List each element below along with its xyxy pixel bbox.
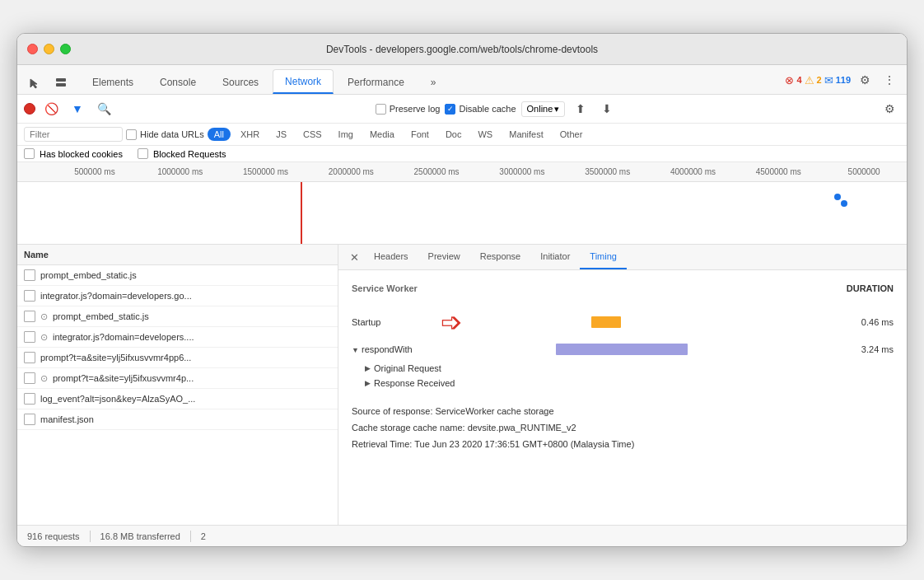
cursor-icon[interactable] — [24, 72, 45, 94]
service-worker-label: Service Worker — [352, 283, 418, 293]
startup-value: 0.46 ms — [844, 317, 894, 327]
file-list: Name prompt_embed_static.js integrator.j… — [17, 245, 338, 525]
upload-icon[interactable]: ⬆ — [570, 98, 591, 119]
timeline-area: 500000 ms 1000000 ms 1500000 ms 2000000 … — [17, 162, 907, 245]
file-icon — [24, 393, 35, 405]
tab-elements[interactable]: Elements — [80, 69, 146, 94]
chevron-down-icon: ▾ — [554, 104, 559, 115]
file-icon — [24, 372, 35, 384]
has-blocked-cookies-checkbox[interactable]: Has blocked cookies — [24, 148, 123, 159]
tab-sources[interactable]: Sources — [210, 69, 271, 94]
status-sep-2 — [190, 531, 191, 542]
tab-headers[interactable]: Headers — [364, 245, 418, 269]
tab-response[interactable]: Response — [470, 245, 531, 269]
filter-type-all[interactable]: All — [208, 128, 231, 141]
window-title: DevTools - developers.google.com/web/too… — [326, 44, 598, 55]
timeline-dot-1 — [834, 194, 841, 200]
response-received-row: ▶ Response Received — [352, 376, 894, 391]
list-item[interactable]: prompt?t=a&site=ylj5ifxusvvmr4pp6... — [17, 348, 338, 368]
filter-type-ws[interactable]: WS — [471, 128, 499, 141]
filter-input[interactable] — [24, 127, 123, 142]
nav-tabs: Elements Console Sources Network Perform… — [17, 65, 907, 95]
hide-data-urls-checkbox[interactable]: Hide data URLs — [126, 129, 204, 140]
gear-icon: ⊙ — [40, 373, 48, 384]
main-split: Name prompt_embed_static.js integrator.j… — [17, 245, 907, 525]
list-item[interactable]: ⊙ prompt?t=a&site=ylj5ifxusvvmr4p... — [17, 368, 338, 389]
mark-5: 3000000 ms — [479, 167, 565, 176]
filter-icon[interactable]: ▼ — [67, 98, 88, 119]
search-icon[interactable]: 🔍 — [93, 98, 114, 119]
transferred-size: 16.8 MB transferred — [100, 531, 180, 541]
filter-type-css[interactable]: CSS — [296, 128, 329, 141]
more-icon[interactable]: ⋮ — [879, 69, 900, 91]
online-select[interactable]: Online ▾ — [521, 101, 566, 117]
list-item[interactable]: ⊙ integrator.js?domain=developers.... — [17, 327, 338, 348]
expand-icon[interactable]: ▶ — [365, 379, 371, 387]
svg-rect-1 — [56, 83, 66, 87]
filter-type-other[interactable]: Other — [553, 128, 590, 141]
list-item[interactable]: log_event?alt=json&key=AlzaSyAO_... — [17, 389, 338, 409]
mark-7: 4000000 ms — [651, 167, 736, 176]
filter-type-manifest[interactable]: Manifest — [502, 128, 550, 141]
tab-console[interactable]: Console — [147, 69, 208, 94]
tab-preview[interactable]: Preview — [418, 245, 470, 269]
settings-icon[interactable]: ⚙ — [854, 69, 875, 91]
expand-icon[interactable]: ▼ — [352, 346, 359, 354]
filter-type-doc[interactable]: Doc — [439, 128, 469, 141]
tab-network[interactable]: Network — [273, 69, 334, 94]
blocked-cookies-check[interactable] — [24, 148, 35, 159]
close-button[interactable] — [27, 44, 38, 54]
list-item[interactable]: ⊙ prompt_embed_static.js — [17, 306, 338, 327]
download-icon[interactable]: ⬇ — [596, 98, 618, 119]
hide-data-urls-check[interactable] — [126, 129, 137, 140]
blocked-requests-checkbox[interactable]: Blocked Requests — [138, 148, 226, 159]
filter-type-js[interactable]: JS — [269, 128, 293, 141]
request-count: 916 requests — [27, 531, 80, 541]
drawer-icon[interactable] — [50, 72, 72, 94]
list-item[interactable]: prompt_embed_static.js — [17, 265, 338, 286]
timing-header-row: Service Worker DURATION — [352, 283, 894, 300]
maximize-button[interactable] — [60, 44, 71, 54]
tab-performance[interactable]: Performance — [335, 69, 417, 94]
preserve-log-check[interactable] — [376, 104, 386, 115]
minimize-button[interactable] — [44, 44, 54, 54]
filter-type-media[interactable]: Media — [363, 128, 401, 141]
expand-icon[interactable]: ▶ — [365, 364, 371, 372]
filter-type-xhr[interactable]: XHR — [234, 128, 266, 141]
mark-9: 5000000 — [821, 167, 907, 176]
gear-icon: ⊙ — [40, 332, 48, 343]
startup-bar — [591, 316, 621, 328]
disable-cache-check[interactable]: ✓ — [445, 104, 455, 115]
devtools-window: DevTools - developers.google.com/web/too… — [16, 33, 908, 547]
clear-icon[interactable]: 🚫 — [40, 98, 62, 119]
response-received-label: Response Received — [374, 378, 455, 388]
disable-cache-checkbox[interactable]: ✓ Disable cache — [445, 104, 516, 115]
respondwith-bar-container — [441, 343, 838, 356]
status-sep — [90, 531, 91, 542]
network-settings-icon[interactable]: ⚙ — [879, 98, 900, 119]
detail-panel: ✕ Headers Preview Response Initiator Tim… — [338, 245, 907, 525]
blocked-requests-check[interactable] — [138, 148, 148, 159]
red-arrow-icon: ➩ — [441, 306, 463, 338]
detail-tabs: ✕ Headers Preview Response Initiator Tim… — [338, 245, 907, 270]
mark-3: 2000000 ms — [308, 167, 394, 176]
filter-toolbar: 🚫 ▼ 🔍 Preserve log ✓ Disable cache Onlin… — [17, 95, 907, 124]
original-request-row: ▶ Original Request — [352, 361, 894, 376]
nav-right-icons: ⊗ 4 ⚠ 2 ✉ 119 ⚙ ⋮ — [785, 69, 900, 94]
status-bar: 916 requests 16.8 MB transferred 2 — [17, 525, 907, 546]
startup-row: Startup ➩ 0.46 ms — [352, 306, 894, 338]
record-button[interactable] — [24, 103, 35, 115]
list-item[interactable]: integrator.js?domain=developers.go... — [17, 286, 338, 306]
respondwith-row: ▼ respondWith 3.24 ms — [352, 343, 894, 356]
filter-type-img[interactable]: Img — [332, 128, 360, 141]
preserve-log-checkbox[interactable]: Preserve log — [376, 104, 441, 115]
file-icon — [24, 331, 35, 343]
tab-initiator[interactable]: Initiator — [530, 245, 580, 269]
close-detail-button[interactable]: ✕ — [345, 246, 364, 269]
tab-timing[interactable]: Timing — [580, 245, 627, 269]
list-item[interactable]: manifest.json — [17, 409, 338, 430]
duration-label: DURATION — [847, 283, 894, 300]
original-request-label: Original Request — [374, 363, 441, 373]
filter-type-font[interactable]: Font — [404, 128, 436, 141]
tab-more[interactable]: » — [418, 69, 449, 94]
